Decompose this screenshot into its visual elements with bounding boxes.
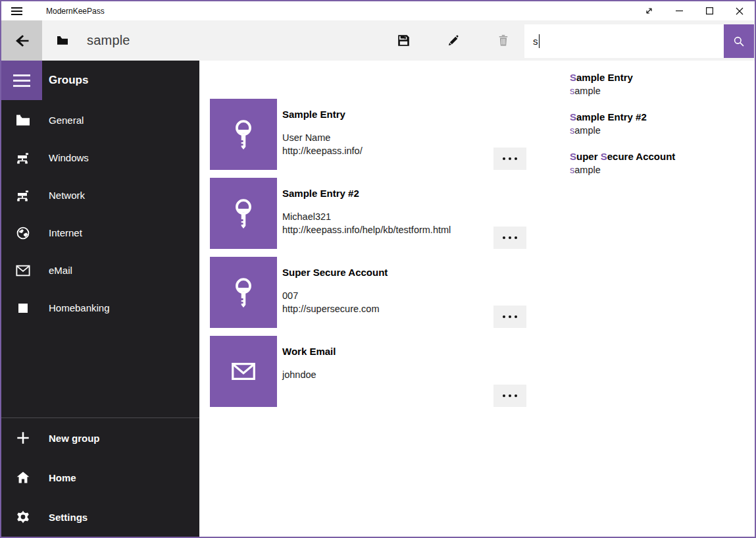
entry-more-button[interactable] [493, 306, 526, 328]
entry-title: Sample Entry #2 [282, 188, 487, 199]
suggestion-subtitle: sample [570, 84, 755, 97]
entry-url: http://keepass.info/ [282, 144, 487, 157]
sidebar-item-windows[interactable]: Windows [1, 139, 199, 176]
hamburger-icon [11, 7, 22, 15]
hamburger-icon [13, 74, 30, 87]
folder-icon [16, 113, 30, 128]
entry-text: Work Email johndoe [282, 336, 487, 381]
edit-button[interactable] [437, 24, 470, 57]
more-icon [503, 394, 505, 397]
key-icon [226, 275, 261, 309]
sidebar-item-settings[interactable]: Settings [1, 497, 199, 537]
sidebar-item-label: eMail [49, 265, 72, 276]
entry-row[interactable]: Sample Entry #2 Michael321 http://keepas… [210, 178, 526, 249]
entry-details: 007 http://supersecure.com [282, 289, 487, 315]
entry-text: Super Secure Account 007 http://supersec… [282, 257, 487, 315]
titlebar: ModernKeePass [1, 1, 755, 20]
entry-row[interactable]: Work Email johndoe [210, 336, 526, 407]
close-icon [736, 7, 743, 15]
entry-tile [210, 178, 277, 249]
entry-username: User Name [282, 131, 487, 144]
entry-details: Michael321 http://keepass.info/help/kb/t… [282, 210, 487, 236]
search-icon [732, 35, 745, 48]
entry-url: http://supersecure.com [282, 302, 487, 315]
gear-icon [16, 510, 30, 524]
search-button[interactable] [724, 24, 754, 58]
suggestion-title: Sample Entry [570, 70, 755, 84]
sidebar-item-label: General [49, 115, 84, 126]
delete-button[interactable] [487, 24, 520, 57]
email-icon [226, 354, 261, 389]
network-computer-icon [16, 188, 30, 203]
sidebar: Groups General Windows [1, 61, 199, 537]
entry-more-button[interactable] [493, 148, 526, 170]
sidebar-item-email[interactable]: eMail [1, 252, 199, 289]
entry-tile [210, 257, 277, 328]
home-icon [16, 470, 30, 485]
search-area: s [524, 24, 754, 58]
globe-icon [16, 226, 30, 240]
database-folder-icon [57, 36, 68, 45]
window-controls [634, 1, 755, 20]
save-icon [397, 34, 411, 47]
sidebar-item-homebanking[interactable]: Homebanking [1, 289, 199, 327]
entry-more-button[interactable] [493, 227, 526, 249]
trash-icon [497, 34, 510, 47]
maximize-button[interactable] [694, 1, 724, 20]
search-query-text: s [533, 36, 538, 47]
suggestion-item[interactable]: Super Secure Account sample [570, 144, 755, 183]
search-input[interactable]: s [524, 24, 724, 58]
suggestion-subtitle: sample [570, 124, 755, 137]
resize-window-button[interactable] [634, 1, 664, 20]
appbar-actions [387, 20, 520, 61]
close-button[interactable] [724, 1, 755, 20]
homebanking-icon [16, 301, 30, 315]
more-icon [503, 157, 505, 160]
groups-list: General Windows Network [1, 101, 199, 327]
entry-username: Michael321 [282, 210, 487, 223]
sidebar-hamburger-button[interactable] [1, 61, 42, 100]
app-window: ModernKeePass sample [0, 0, 756, 538]
entry-title: Sample Entry [282, 109, 487, 120]
plus-icon [16, 431, 30, 445]
suggestion-subtitle: sample [570, 163, 755, 176]
sidebar-item-home[interactable]: Home [1, 458, 199, 497]
sidebar-item-new-group[interactable]: New group [1, 418, 199, 458]
search-suggestions: Sample Entry sample Sample Entry #2 samp… [530, 61, 755, 190]
entry-more-button[interactable] [493, 385, 526, 407]
entry-tile [210, 99, 277, 170]
minimize-button[interactable] [664, 1, 694, 20]
more-icon [503, 236, 505, 239]
sidebar-item-general[interactable]: General [1, 101, 199, 139]
entry-title: Work Email [282, 346, 487, 357]
sidebar-item-label: Homebanking [49, 302, 110, 313]
sidebar-item-internet[interactable]: Internet [1, 214, 199, 252]
body: Groups General Windows [1, 61, 755, 537]
appbar: sample [1, 20, 755, 61]
page-title: sample [87, 33, 130, 48]
key-icon [226, 196, 261, 230]
entry-details: User Name http://keepass.info/ [282, 131, 487, 157]
maximize-icon [706, 7, 713, 14]
sidebar-item-label: New group [49, 433, 100, 444]
sidebar-item-label: Network [49, 190, 85, 201]
entry-username: johndoe [282, 368, 487, 381]
diagonal-resize-icon [645, 7, 653, 15]
titlebar-hamburger-icon[interactable] [1, 1, 32, 20]
pencil-icon [447, 34, 460, 47]
minimize-icon [676, 7, 683, 14]
sidebar-item-network[interactable]: Network [1, 176, 199, 214]
save-button[interactable] [387, 24, 420, 57]
back-button[interactable] [1, 20, 42, 61]
sidebar-item-label: Internet [49, 227, 82, 238]
entry-details: johndoe [282, 368, 487, 381]
suggestion-item[interactable]: Sample Entry #2 sample [570, 104, 755, 144]
key-icon [226, 117, 261, 151]
window-title: ModernKeePass [46, 7, 105, 16]
entry-row[interactable]: Super Secure Account 007 http://supersec… [210, 257, 526, 328]
sidebar-item-label: Windows [49, 152, 89, 163]
suggestion-item[interactable]: Sample Entry sample [570, 65, 755, 104]
entry-tile [210, 336, 277, 407]
entry-text: Sample Entry User Name http://keepass.in… [282, 99, 487, 157]
entry-row[interactable]: Sample Entry User Name http://keepass.in… [210, 99, 526, 170]
